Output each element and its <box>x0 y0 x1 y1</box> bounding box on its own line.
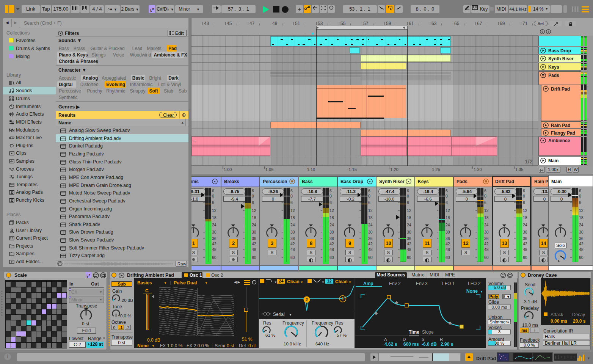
svg-text:1: 1 <box>342 297 344 301</box>
svg-text:2: 2 <box>306 297 308 302</box>
